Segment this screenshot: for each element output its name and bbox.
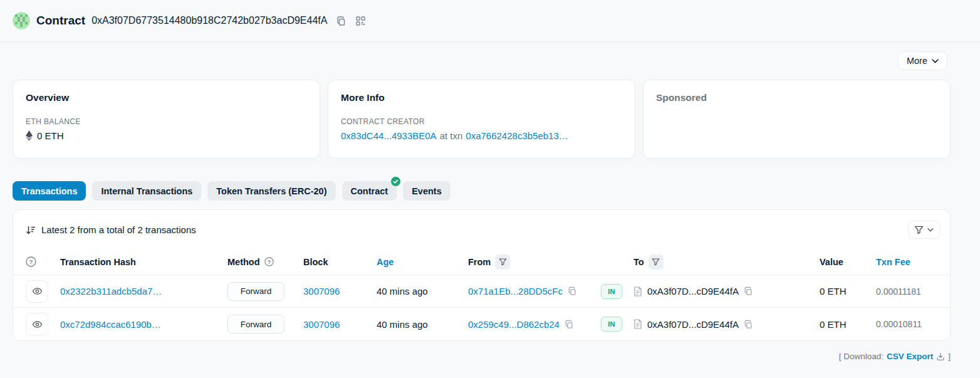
col-header-method: Method <box>227 257 260 267</box>
from-filter-icon[interactable] <box>495 255 510 270</box>
sort-descending-icon <box>26 225 36 235</box>
eth-balance-label: ETH BALANCE <box>26 117 307 126</box>
filter-button[interactable] <box>908 221 940 239</box>
col-header-block: Block <box>303 257 377 267</box>
filter-icon <box>914 225 924 234</box>
from-address-link[interactable]: 0x71a1Eb...28DD5cFc <box>468 286 563 297</box>
qr-code-icon[interactable] <box>355 16 366 26</box>
col-header-value: Value <box>820 257 876 267</box>
sponsored-card: Sponsored <box>643 80 951 159</box>
copy-icon[interactable] <box>744 320 753 329</box>
txn-hash-link[interactable]: 0xc72d984ccac6190b… <box>60 319 176 330</box>
creation-txn-link[interactable]: 0xa7662428c3b5eb13… <box>466 130 568 141</box>
tab-transactions[interactable]: Transactions <box>13 181 86 201</box>
document-icon <box>633 286 642 297</box>
contract-address: 0xA3f07D6773514480b918C2742b027b3acD9E44… <box>91 15 327 26</box>
copy-icon[interactable] <box>565 320 574 329</box>
table-row: 0x2322b311adcb5da7… Forward 3007096 40 m… <box>13 275 950 308</box>
more-button-label: More <box>907 56 927 66</box>
creator-address-link[interactable]: 0x83dC44...4933BE0A <box>341 130 437 141</box>
value-cell: 0 ETH <box>820 319 876 330</box>
copy-icon[interactable] <box>744 286 753 296</box>
txn-hash-link[interactable]: 0x2322b311adcb5da7… <box>60 286 176 297</box>
svg-text:?: ? <box>29 258 33 265</box>
copy-address-icon[interactable] <box>336 16 347 26</box>
download-suffix: ] <box>948 352 951 361</box>
at-txn-text: at txn <box>440 130 463 141</box>
chevron-down-icon <box>932 59 939 63</box>
transactions-summary: Latest 2 from a total of 2 transactions <box>41 224 196 235</box>
overview-card: Overview ETH BALANCE 0 ETH <box>13 80 320 159</box>
method-badge[interactable]: Forward <box>227 315 284 333</box>
col-header-txn-fee-toggle[interactable]: Txn Fee <box>876 257 937 267</box>
more-button[interactable]: More <box>898 51 947 70</box>
eye-preview-icon[interactable] <box>26 280 48 303</box>
to-address: 0xA3f07D...cD9E44fA <box>647 286 739 297</box>
tab-internal-transactions[interactable]: Internal Transactions <box>92 181 201 201</box>
sponsored-title: Sponsored <box>656 92 937 103</box>
table-header: ? Transaction Hash Method ? Block Age Fr… <box>13 249 950 275</box>
col-header-txn-hash: Transaction Hash <box>60 257 227 267</box>
value-cell: 0 ETH <box>820 286 876 297</box>
page-header: Contract 0xA3f07D6773514480b918C2742b027… <box>0 0 980 42</box>
chevron-down-icon <box>927 228 934 232</box>
info-cards: Overview ETH BALANCE 0 ETH More Info CON… <box>13 80 951 159</box>
to-address: 0xA3f07D...cD9E44fA <box>647 319 739 330</box>
col-header-from: From <box>468 257 491 267</box>
eye-preview-icon[interactable] <box>26 313 48 335</box>
direction-in-badge: IN <box>601 284 622 299</box>
age-cell: 40 mins ago <box>377 286 468 297</box>
col-header-to: To <box>633 257 644 267</box>
tab-bar: Transactions Internal Transactions Token… <box>13 181 967 201</box>
download-row: [ Download: CSV Export ] <box>13 352 951 361</box>
tab-token-transfers[interactable]: Token Transfers (ERC-20) <box>207 181 335 201</box>
more-info-title: More Info <box>341 92 622 103</box>
transactions-panel: Latest 2 from a total of 2 transactions … <box>13 209 951 341</box>
overview-title: Overview <box>26 92 307 103</box>
contract-identicon-avatar <box>13 12 30 29</box>
svg-text:?: ? <box>267 259 270 265</box>
help-icon[interactable]: ? <box>26 256 60 267</box>
tab-contract[interactable]: Contract <box>342 181 397 201</box>
col-header-age-toggle[interactable]: Age <box>377 257 468 267</box>
verified-check-icon <box>390 176 401 187</box>
contract-creator-label: CONTRACT CREATOR <box>341 117 622 126</box>
tab-events[interactable]: Events <box>403 181 451 201</box>
eth-icon <box>26 130 33 141</box>
copy-icon[interactable] <box>568 286 577 296</box>
actions-row: More <box>0 42 980 80</box>
from-address-link[interactable]: 0x259c49...D862cb24 <box>468 319 560 330</box>
to-filter-icon[interactable] <box>649 255 664 270</box>
txn-fee-cell: 0.00011181 <box>876 286 937 297</box>
eth-balance-value: 0 ETH <box>37 130 64 141</box>
download-prefix: [ Download: <box>839 352 884 361</box>
page-title: Contract <box>36 14 85 28</box>
txn-fee-cell: 0.00010811 <box>876 319 937 329</box>
download-icon <box>936 352 945 361</box>
block-link[interactable]: 3007096 <box>303 286 377 297</box>
tab-contract-label: Contract <box>351 186 388 196</box>
table-row: 0xc72d984ccac6190b… Forward 3007096 40 m… <box>13 308 950 340</box>
direction-in-badge: IN <box>601 317 622 332</box>
block-link[interactable]: 3007096 <box>303 319 377 330</box>
document-icon <box>633 319 642 329</box>
help-icon[interactable]: ? <box>264 257 274 266</box>
age-cell: 40 mins ago <box>377 319 468 330</box>
csv-export-link[interactable]: CSV Export <box>887 352 933 361</box>
method-badge[interactable]: Forward <box>227 282 284 301</box>
more-info-card: More Info CONTRACT CREATOR 0x83dC44...49… <box>328 80 635 159</box>
